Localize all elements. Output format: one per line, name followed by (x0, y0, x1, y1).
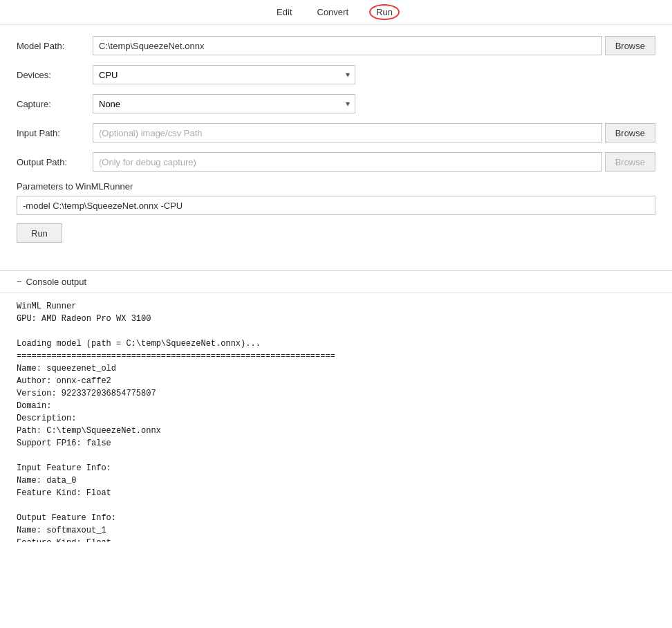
devices-row: Devices: CPU GPU DirectML (17, 65, 655, 84)
console-header[interactable]: − Console output (0, 271, 672, 293)
params-section: Parameters to WinMLRunner (17, 181, 655, 223)
menu-convert[interactable]: Convert (313, 6, 353, 19)
console-toggle-icon: − (17, 277, 22, 287)
input-path-label: Input Path: (17, 128, 93, 138)
menu-bar: Edit Convert Run (0, 0, 672, 25)
console-output[interactable]: WinML Runner GPU: AMD Radeon Pro WX 3100… (0, 293, 672, 542)
capture-select-wrapper: None All Input Output (93, 94, 355, 113)
input-path-input[interactable] (93, 123, 602, 142)
capture-row: Capture: None All Input Output (17, 94, 655, 113)
run-button[interactable]: Run (17, 223, 62, 243)
capture-select[interactable]: None All Input Output (93, 94, 355, 113)
params-label: Parameters to WinMLRunner (17, 181, 655, 192)
menu-edit[interactable]: Edit (272, 6, 296, 19)
output-path-browse-button[interactable]: Browse (605, 152, 655, 172)
model-path-row: Model Path: Browse (17, 36, 655, 55)
model-path-browse-button[interactable]: Browse (605, 36, 655, 55)
input-path-browse-button[interactable]: Browse (605, 123, 655, 142)
console-header-label: Console output (26, 277, 86, 287)
output-path-label: Output Path: (17, 157, 93, 167)
main-content: Model Path: Browse Devices: CPU GPU Dire… (0, 25, 672, 254)
input-path-row: Input Path: Browse (17, 123, 655, 142)
menu-run[interactable]: Run (369, 4, 400, 20)
capture-label: Capture: (17, 99, 93, 109)
devices-label: Devices: (17, 70, 93, 80)
output-path-input[interactable] (93, 152, 602, 172)
model-path-label: Model Path: (17, 41, 93, 51)
params-input[interactable] (17, 196, 655, 215)
devices-select[interactable]: CPU GPU DirectML (93, 65, 355, 84)
console-section: − Console output WinML Runner GPU: AMD R… (0, 271, 672, 542)
output-path-row: Output Path: Browse (17, 152, 655, 172)
model-path-input[interactable] (93, 36, 602, 55)
devices-select-wrapper: CPU GPU DirectML (93, 65, 355, 84)
